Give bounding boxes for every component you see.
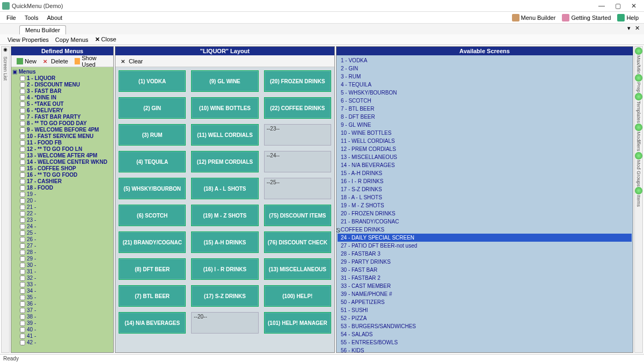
layout-button[interactable]: (5) WHSKY/BOURBON [119,178,186,199]
available-screen-item[interactable]: 4 - TEQUILA [338,81,632,89]
layout-button[interactable]: (17) S-Z DRINKS [191,285,258,307]
layout-button[interactable]: (15) A-H DRINKS [191,231,258,253]
available-screen-item[interactable]: 7 - BTL BEER [338,105,632,113]
maximize-button[interactable]: ▢ [610,1,626,11]
tree-item-checkbox[interactable] [20,269,25,274]
available-screen-item[interactable]: 13 - MISCELLANEOUS [338,153,632,161]
available-screen-item[interactable]: 28 - FASTBAR 3 [338,250,632,258]
tree-item-checkbox[interactable] [20,198,25,204]
tree-item-checkbox[interactable] [20,89,25,94]
available-screen-item[interactable]: 11 - WELL CORDIALS [338,137,632,145]
tree-item[interactable]: 33 - [12,281,112,288]
right-rail-expand-button[interactable] [635,74,642,82]
tree-item-checkbox[interactable] [20,327,25,332]
tree-item[interactable]: 3 - FAST BAR [12,88,112,95]
layout-button[interactable]: (22) COFFEE DRINKS [264,97,331,119]
layout-button[interactable]: (76) DISCOUNT CHECK [264,231,331,253]
tree-root-menus[interactable]: Menus [12,68,112,75]
tree-item[interactable]: 40 - [12,327,112,333]
tree-item[interactable]: 18 - FOOD [12,185,112,191]
menu-about[interactable]: About [42,13,67,22]
available-screen-item[interactable]: 19 - M - Z SHOTS [338,201,632,209]
right-rail-label[interactable]: Prep [636,82,641,92]
defined-menus-tree[interactable]: Menus 1 - LIQUOR2 - DISCOUNT MENU3 - FAS… [11,67,113,352]
tree-item-checkbox[interactable] [20,82,25,88]
available-screen-item[interactable]: 27 - PATIO DFT BEER-not used [338,242,632,250]
tree-item-checkbox[interactable] [20,205,25,210]
layout-button[interactable]: (4) TEQUILA [119,151,186,172]
available-screen-item[interactable]: 56 - KIDS [338,346,632,352]
available-screen-item[interactable]: 16 - I - R DRINKS [338,177,632,185]
tree-item[interactable]: 28 - [12,249,112,256]
btn-new-menu[interactable]: New [13,57,40,66]
tree-item[interactable]: 30 - [12,262,112,269]
tree-item-checkbox[interactable] [20,230,25,236]
btn-copy-menus[interactable]: Copy Menus [52,35,92,44]
available-screen-item[interactable]: 9 - GL WINE [338,121,632,129]
link-help[interactable]: Help [614,13,642,23]
layout-button[interactable]: (14) N/A BEVERAGES [119,312,186,334]
btn-view-properties[interactable]: View Properties [4,35,52,44]
layout-empty-slot[interactable]: --20-- [191,312,258,334]
layout-button[interactable]: (16) I - R DRINKS [191,258,258,280]
right-rail-label[interactable]: Mod Groups [636,160,641,187]
layout-button[interactable]: (10) WINE BOTTLES [191,97,258,119]
available-screen-item[interactable]: 5 - WHSKY/BOURBON [338,89,632,97]
btn-delete-menu[interactable]: Delete [40,57,71,66]
tree-item-checkbox[interactable] [20,282,25,287]
available-screen-item[interactable]: 15 - A-H DRINKS [338,169,632,177]
tree-item[interactable]: 42 - [12,339,112,346]
right-rail-expand-button[interactable] [635,93,642,100]
layout-empty-slot[interactable]: --25-- [264,178,331,199]
layout-button[interactable]: (3) RUM [119,124,186,146]
tree-item-checkbox[interactable] [20,192,25,197]
tree-item[interactable]: 9 - WELCOME BEFORE 4PM [12,127,112,133]
available-screen-item[interactable]: 1 - VODKA [338,56,632,64]
right-rail-expand-button[interactable] [635,152,642,160]
tree-item[interactable]: 20 - [12,198,112,204]
available-screens-list[interactable]: 1 - VODKA2 - GIN3 - RUM4 - TEQUILA5 - WH… [336,55,633,352]
tree-item-checkbox[interactable] [20,140,25,146]
layout-empty-slot[interactable]: --23-- [264,124,331,146]
btn-clear-layout[interactable]: Clear [118,57,146,66]
available-screen-item[interactable]: 39 - NAME/PHONE # [338,290,632,298]
tree-item[interactable]: 36 - [12,301,112,307]
tree-item-checkbox[interactable] [20,340,25,345]
available-screen-item[interactable]: 52 - PIZZA [338,314,632,322]
tab-dropdown-button[interactable]: ▾ [626,25,632,32]
tree-item[interactable]: 32 - [12,275,112,281]
available-screen-item[interactable]: 30 - FAST BAR [338,266,632,274]
tree-item[interactable]: 37 - [12,307,112,314]
layout-button[interactable]: (9) GL WINE [191,70,258,92]
tree-item[interactable]: 22 - [12,211,112,217]
available-screen-item[interactable]: 10 - WINE BOTTLES [338,129,632,137]
available-screen-item[interactable]: 18 - A - L SHOTS [338,193,632,201]
tree-item[interactable]: 27 - [12,243,112,249]
tree-item-checkbox[interactable] [20,334,25,339]
tree-item-checkbox[interactable] [20,160,25,165]
tree-item-checkbox[interactable] [20,134,25,139]
tab-close-button[interactable]: ✕ [634,25,641,32]
right-rail-expand-button[interactable] [635,124,642,131]
tree-item-checkbox[interactable] [20,102,25,107]
available-screen-item[interactable]: 33 - CAST MEMBER [338,282,632,290]
tree-item-checkbox[interactable] [20,237,25,242]
tree-item[interactable]: 10 - FAST SERVICE MENU [12,133,112,140]
tree-item-checkbox[interactable] [20,295,25,300]
link-getting-started[interactable]: Getting Started [559,13,614,23]
tree-item[interactable]: 6 - *DELIVERY [12,107,112,114]
tree-item[interactable]: 4 - *DINE IN [12,95,112,101]
tree-item[interactable]: 2 - DISCOUNT MENU [12,82,112,88]
tree-item[interactable]: 34 - [12,288,112,294]
available-screen-item[interactable]: 50 - APPETIZERS [338,298,632,306]
available-screen-item[interactable]: 20 - FROZEN DRINKS [338,209,632,218]
tree-item-checkbox[interactable] [20,263,25,268]
tree-item-checkbox[interactable] [20,314,25,320]
menu-file[interactable]: File [2,13,20,22]
tree-item-checkbox[interactable] [20,172,25,178]
tree-item-checkbox[interactable] [20,127,25,133]
tree-item[interactable]: 16 - ** TO GO FOOD [12,172,112,178]
tree-item[interactable]: 25 - [12,230,112,236]
right-rail-label[interactable]: Items [636,195,641,207]
tree-item[interactable]: 8 - ** TO GO FOOD DAY [12,120,112,127]
